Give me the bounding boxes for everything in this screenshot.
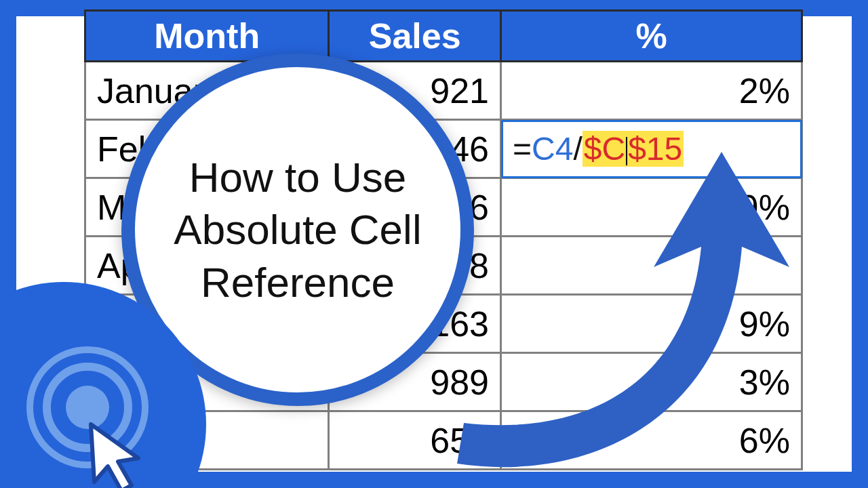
cell-percent[interactable]: [501, 237, 802, 295]
thumbnail-title: How to Use Absolute Cell Reference: [135, 151, 460, 309]
cell-percent[interactable]: 9%: [501, 178, 802, 237]
formula-divide: /: [573, 131, 582, 167]
formula-absolute-ref: $C$15: [583, 131, 684, 167]
target-cursor-icon: [23, 343, 172, 488]
formula-edit-cell[interactable]: =C4/$C$15: [501, 120, 802, 178]
text-caret: [626, 137, 627, 165]
cell-percent[interactable]: 6%: [501, 411, 802, 470]
formula-equals: =: [513, 131, 532, 167]
thumbnail-frame: Month Sales % January 921 2% February 94…: [0, 0, 868, 488]
cell-sales[interactable]: 653: [329, 411, 501, 470]
formula-relative-ref: C4: [532, 131, 573, 167]
cell-percent[interactable]: 2%: [501, 62, 802, 120]
cell-percent[interactable]: 9%: [501, 295, 802, 353]
svg-point-2: [66, 386, 109, 429]
header-sales: Sales: [329, 11, 501, 62]
cell-percent[interactable]: 3%: [501, 353, 802, 411]
header-percent: %: [501, 11, 802, 62]
